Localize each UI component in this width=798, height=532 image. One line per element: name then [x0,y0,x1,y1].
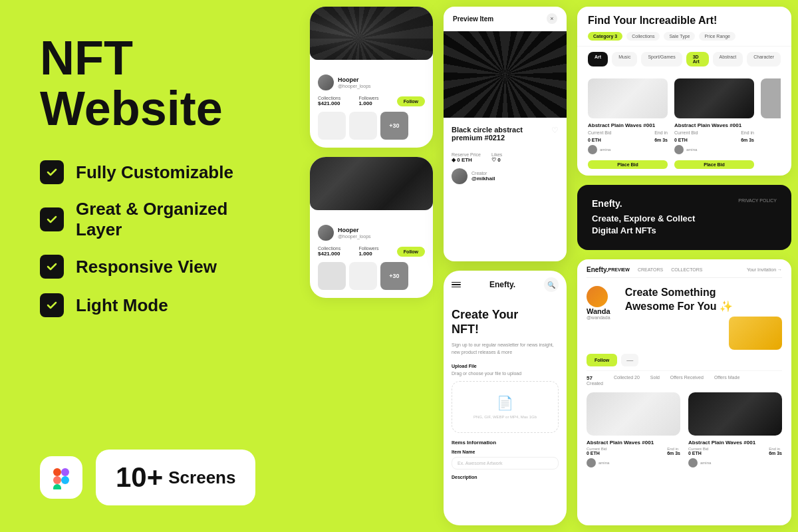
preview-modal: Preview Item × Black circle abstract pre… [444,7,567,261]
bottom-nft-card-1: Abstract Plain Waves #001 Current Bid 0 … [587,392,680,467]
modal-nft-title: Black circle abstract premium #0212 [452,126,537,142]
nft-end-label-1: End in [654,130,668,135]
nft-bid-value-2: 0 ETH [674,138,698,142]
filter-chip-saletype[interactable]: Sale Type [664,32,695,41]
nft-card-1: Abstract Plain Waves #001 Current Bid 0 … [588,78,668,169]
cat-3dart[interactable]: 3D Art [686,52,709,66]
modal-header: Preview Item × [444,7,567,31]
nft-card-image-3 [761,78,781,118]
figma-icon [40,456,82,499]
figma-logo-svg [49,466,73,489]
place-bid-button-1[interactable]: Place Bid [588,160,668,169]
feature-item-1: Fully Customizable [40,160,266,184]
dp-nav-preview[interactable]: PREVIEW [608,267,630,272]
marketplace-header: Find Your Increadible Art! Category 3 Co… [577,7,791,47]
filter-chip-collections[interactable]: Collections [626,32,660,41]
modal-creator-row: Creator @mikhail [452,168,559,184]
item-name-input[interactable]: Ex. Awesome Artwork [452,457,559,469]
nft-bid-label-1: Current Bid [588,130,611,135]
nft-card-2: Abstract Plain Waves #001 Current Bid 0 … [674,78,754,169]
stats-row-2: Collections $421.000 Followers 1.000 Fol… [318,246,425,257]
check-icon-4 [40,293,64,317]
follow-button-1[interactable]: Follow [397,96,425,106]
filter-chip-pricerange[interactable]: Price Range [699,32,735,41]
dp-nav-collectors[interactable]: COLLECTORS [671,267,702,272]
cat-character[interactable]: Character [747,52,781,66]
dp-dash-button[interactable]: — [621,354,638,366]
profile-desktop-card: Enefty. PREVIEW CREATORS COLLECTORS Your… [577,259,791,525]
feature-item-4: Light Mode [40,293,266,317]
nft-thumb-1b [349,112,377,140]
footer-top: Enefty. Create, Explore & Collect Digita… [592,198,777,237]
column-1: Hooper @hooper_loops Collections $421.00… [310,7,433,525]
dp-nav-creators[interactable]: CREATORS [638,267,663,272]
screens-badge: 10+ Screens [96,450,255,505]
svg-rect-2 [61,468,69,476]
category-row: Art Music Sport/Games 3D Art Abstract Ch… [577,47,791,72]
column-3: Find Your Increadible Art! Category 3 Co… [577,7,791,525]
footer-card: Enefty. Create, Explore & Collect Digita… [577,185,791,250]
create-screen-header: Enefty. 🔍 [444,271,567,299]
enefty-brand-create: Enefty. [489,280,515,289]
collections-label-1: Collections [318,96,340,100]
svg-rect-0 [53,468,61,476]
create-screen-body: Create Your NFT! Sign up to our regular … [444,299,567,491]
filter-chip-category[interactable]: Category 3 [588,32,622,41]
followers-value-2: 1.000 [359,251,379,257]
nft-card-image-2 [674,78,754,118]
cat-art[interactable]: Art [588,52,608,66]
bottom-row: 10+ Screens [40,450,266,505]
avatar-1 [318,74,334,90]
creator-label: Creator [471,171,495,176]
bottom-nft-card-2: Abstract Plain Waves #001 Current Bid 0 … [688,392,782,467]
svg-rect-1 [53,476,61,484]
dp-name: Wanda [587,307,610,315]
bottom-creator-row-1: amina [587,458,680,467]
mobile-inner-1: Hooper @hooper_loops Collections $421.00… [310,66,433,148]
screens-label: Screens [168,467,235,488]
bottom-creator-avatar-2 [688,458,698,467]
items-info-label: Items Information [452,440,559,446]
nft-end-time-1: 6m 3s [654,138,668,142]
check-icon-2 [40,207,64,231]
dp-profile-row: Wanda @wandada Create Something Awesome … [587,286,782,350]
privacy-link[interactable]: PRIVACY POLICY [738,198,777,203]
avatar-2 [318,225,334,241]
main-title: NFT Website [40,33,266,134]
nft-thumb-count-1: +30 [380,112,408,140]
bottom-nft-title-2: Abstract Plain Waves #001 [688,440,782,446]
footer-tagline: Create, Explore & Collect Digital Art NF… [592,213,695,237]
upload-area[interactable]: 📄 PNG, GIF, WEBP or MP4, Max 1Gb [452,381,559,433]
checkmark-svg [45,166,59,179]
dp-stat-offers-received: Offers Received [670,375,704,386]
cat-sportgames[interactable]: Sport/Games [641,52,682,66]
profile-name-2: Hooper [338,227,371,234]
hamburger-icon[interactable] [452,282,461,288]
close-button[interactable]: × [547,13,557,24]
dp-stats-row: 57 Created Collected 20 Sold Offers Rece… [587,370,782,386]
bottom-creator-row-2: amina [688,458,782,467]
profile-handle-2: @hooper_loops [338,234,371,239]
dp-follow-button[interactable]: Follow [587,354,617,366]
dp-headline: Create Something Awesome For You ✨ [625,286,782,314]
column-2: Preview Item × Black circle abstract pre… [444,7,567,525]
mobile-inner-2: Hooper @hooper_loops Collections $421.00… [310,217,433,298]
nft-creator-name-1: amina [600,148,610,152]
dp-your-invitation: Your Invitation → [747,267,782,272]
follow-button-2[interactable]: Follow [397,247,425,257]
bottom-end-time-2: 6m 3s [769,451,782,456]
nft-thumb-1a [318,112,346,140]
upload-formats: PNG, GIF, WEBP or MP4, Max 1Gb [460,415,550,419]
dp-nav: PREVIEW CREATORS COLLECTORS [608,267,703,272]
dp-stat-offers-made: Offers Made [714,375,739,386]
cat-music[interactable]: Music [612,52,637,66]
bottom-nft-row: Abstract Plain Waves #001 Current Bid 0 … [577,392,791,475]
cat-abstract[interactable]: Abstract [713,52,743,66]
nft-thumbs-1: +30 [318,112,425,140]
nft-card-title-1: Abstract Plain Waves #001 [588,122,668,128]
search-icon-create[interactable]: 🔍 [544,277,559,292]
feature-text-4: Light Mode [76,295,168,316]
place-bid-button-2[interactable]: Place Bid [674,160,754,169]
followers-value-1: 1.000 [359,100,379,106]
hamburger-line-2 [452,284,461,285]
